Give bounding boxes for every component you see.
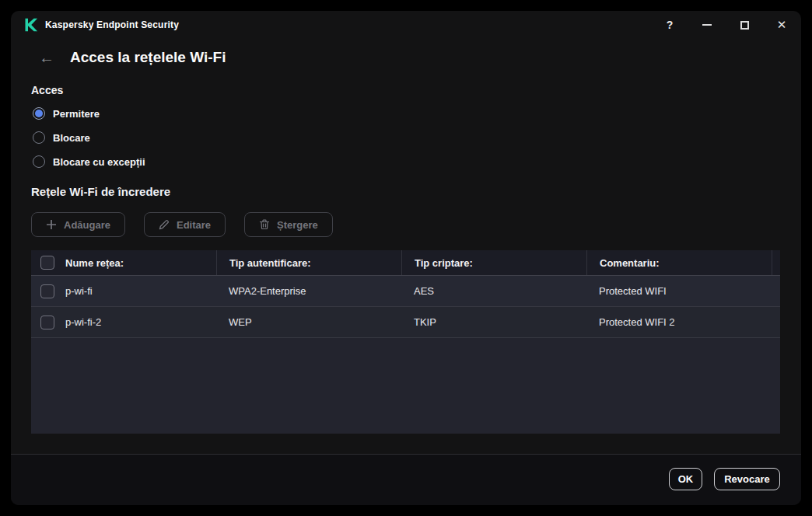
cell-encryption: TKIP: [401, 316, 586, 328]
kaspersky-window: Kaspersky Endpoint Security ? ✕ ← Acces …: [11, 11, 801, 505]
page-title: Acces la rețelele Wi-Fi: [70, 49, 226, 66]
table-row[interactable]: p-wi-fi WPA2-Enterprise AES Protected WI…: [31, 276, 780, 307]
radio-blocare-cu-exceptii[interactable]: Blocare cu excepții: [33, 154, 145, 169]
app-title: Kaspersky Endpoint Security: [45, 11, 179, 39]
table-header-row: Nume rețea: Tip autentificare: Tip cript…: [31, 250, 780, 276]
pencil-icon: [159, 219, 170, 230]
cell-encryption: AES: [401, 285, 586, 297]
column-header-auth: Tip autentificare:: [229, 257, 311, 269]
cell-comment: Protected WIFI: [586, 285, 772, 297]
trusted-section-heading: Rețele Wi-Fi de încredere: [31, 185, 170, 198]
delete-button[interactable]: Ștergere: [244, 212, 333, 237]
column-header-comment: Comentariu:: [600, 257, 660, 269]
column-header-name: Nume rețea:: [65, 257, 124, 269]
select-all-checkbox[interactable]: [40, 256, 54, 270]
radio-blocare[interactable]: Blocare: [33, 130, 90, 145]
help-icon[interactable]: ?: [662, 17, 677, 33]
back-arrow-icon[interactable]: ←: [39, 50, 58, 65]
add-button[interactable]: Adăugare: [31, 212, 125, 237]
row-checkbox[interactable]: [40, 284, 54, 298]
column-header-encryption: Tip criptare:: [415, 257, 473, 269]
row-checkbox[interactable]: [40, 316, 54, 329]
radio-icon[interactable]: [33, 107, 45, 120]
close-icon[interactable]: ✕: [774, 17, 789, 33]
radio-label: Blocare: [53, 132, 90, 144]
cell-comment: Protected WIFI 2: [586, 316, 772, 328]
edit-button-label: Editare: [177, 219, 211, 231]
cell-auth: WPA2-Enterprise: [216, 285, 401, 297]
add-button-label: Adăugare: [64, 219, 110, 231]
radio-label: Permitere: [53, 108, 100, 120]
cell-auth: WEP: [216, 316, 401, 328]
minimize-icon[interactable]: [699, 17, 715, 33]
cancel-button[interactable]: Revocare: [714, 468, 780, 490]
cell-name: p-wi-fi: [65, 285, 93, 297]
table-toolbar: Adăugare Editare Ștergere: [31, 212, 333, 237]
ok-button[interactable]: OK: [669, 468, 702, 490]
radio-icon[interactable]: [33, 131, 45, 144]
plus-icon: [46, 219, 57, 230]
scrollbar-gutter: [772, 250, 780, 275]
trash-icon: [259, 219, 270, 230]
radio-icon[interactable]: [33, 155, 45, 168]
titlebar: Kaspersky Endpoint Security ? ✕: [11, 11, 801, 39]
radio-permitere[interactable]: Permitere: [33, 106, 100, 121]
table-row[interactable]: p-wi-fi-2 WEP TKIP Protected WIFI 2: [31, 307, 780, 338]
access-section-heading: Acces: [31, 84, 63, 96]
edit-button[interactable]: Editare: [144, 212, 226, 237]
cell-name: p-wi-fi-2: [65, 316, 101, 328]
kaspersky-logo-icon: [23, 17, 39, 33]
delete-button-label: Ștergere: [277, 219, 318, 231]
maximize-icon[interactable]: [737, 17, 752, 33]
wifi-networks-table: Nume rețea: Tip autentificare: Tip cript…: [31, 250, 780, 434]
footer-bar: OK Revocare: [11, 454, 801, 505]
radio-label: Blocare cu excepții: [53, 156, 145, 168]
